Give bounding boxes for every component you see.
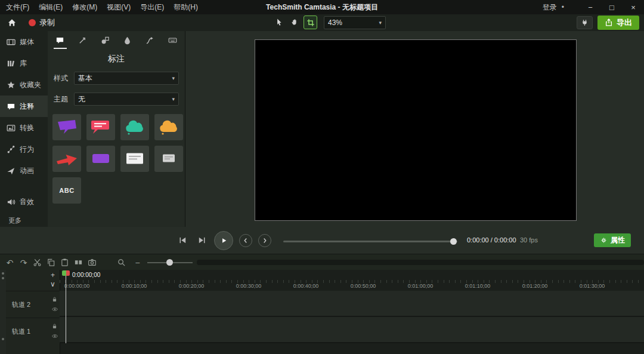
menu-help[interactable]: 帮助(H) <box>174 2 198 13</box>
sidebar-item-media[interactable]: 媒体 <box>0 31 48 53</box>
play-button[interactable] <box>214 231 233 250</box>
tab-callouts[interactable] <box>49 31 72 49</box>
zoom-out-button[interactable]: − <box>131 256 144 269</box>
scrubber-knob[interactable] <box>450 238 457 245</box>
menu-edit[interactable]: 编辑(E) <box>39 2 63 13</box>
callout-teal-cloud[interactable] <box>120 114 149 140</box>
tab-blur-highlight[interactable] <box>116 31 139 49</box>
tab-sketch-motion[interactable] <box>139 31 162 49</box>
redo-button[interactable]: ↷ <box>17 256 30 269</box>
edit-cursor-button[interactable] <box>271 16 286 30</box>
record-button[interactable]: 录制 <box>25 17 58 29</box>
track-visibility-button[interactable] <box>51 332 58 340</box>
properties-button[interactable]: 属性 <box>594 233 631 247</box>
playhead-in-handle[interactable] <box>62 270 66 276</box>
crop-button[interactable] <box>304 16 317 29</box>
window-controls: 登录 • − □ × <box>543 0 644 14</box>
tab-keystroke-callouts[interactable] <box>161 31 184 49</box>
screenshot-button[interactable] <box>86 256 98 269</box>
callout-light-text-box[interactable] <box>154 146 183 172</box>
preview-canvas[interactable] <box>255 39 577 221</box>
next-frame-button[interactable] <box>195 234 208 247</box>
lock-icon <box>51 323 58 330</box>
orange-cloud-shape <box>157 119 180 136</box>
panel-title: 标注 <box>48 54 185 64</box>
callout-violet-rounded[interactable] <box>86 146 115 172</box>
sidebar-item-transitions[interactable]: 转换 <box>0 117 48 138</box>
callout-white-text-box[interactable] <box>120 146 149 172</box>
track-lane[interactable] <box>60 317 644 343</box>
sidebar-item-annotations[interactable]: 注释 <box>0 96 48 117</box>
cut-button[interactable] <box>31 256 44 269</box>
pan-hand-button[interactable] <box>287 16 302 30</box>
tab-shapes[interactable] <box>94 31 116 49</box>
callout-red-speech[interactable] <box>86 114 115 140</box>
sign-in-link[interactable]: 登录 <box>543 2 557 13</box>
tab-arrows-lines[interactable] <box>72 31 94 49</box>
track-header[interactable]: 轨道 1 <box>6 318 60 344</box>
addins-button[interactable] <box>577 16 593 29</box>
jump-forward-button[interactable] <box>258 234 271 247</box>
callout-orange-cloud[interactable] <box>154 114 183 140</box>
caret-down-icon: ▾ <box>172 75 175 81</box>
notification-dot-icon: • <box>562 3 564 11</box>
sidebar-item-favorites[interactable]: 收藏夹 <box>0 74 48 96</box>
minimize-button[interactable]: − <box>580 0 601 14</box>
style-select[interactable]: 基本 ▾ <box>74 72 179 85</box>
ruler-label: 0:01:00;00 <box>408 283 434 289</box>
ruler-label: 0:00:50;00 <box>351 283 376 289</box>
callout-bubble-icon <box>55 36 64 45</box>
timeline-scrollbar[interactable] <box>197 260 644 265</box>
menu-modify[interactable]: 修改(M) <box>72 2 97 13</box>
transitions-icon <box>7 124 16 133</box>
track-visibility-button[interactable] <box>51 305 58 313</box>
track-lane[interactable] <box>60 291 644 317</box>
undo-button[interactable]: ↶ <box>4 256 16 269</box>
sidebar-item-audio-effects[interactable]: 音效 <box>0 191 48 213</box>
close-button[interactable]: × <box>623 0 644 14</box>
timeline-ruler[interactable]: 0:00:00;00 0:00:10;00 0:00:20;00 0:00:30… <box>60 270 644 291</box>
track-options-button[interactable]: ∨ <box>48 280 57 289</box>
play-icon <box>219 236 228 245</box>
sidebar-item-more[interactable]: 更多 <box>0 214 48 227</box>
add-track-button[interactable]: + <box>48 271 57 280</box>
sidebar-item-behaviors[interactable]: 行为 <box>0 138 48 160</box>
split-button[interactable] <box>72 256 85 269</box>
timeline-zoom-slider[interactable] <box>147 259 193 266</box>
callout-grid: ABC <box>52 114 185 204</box>
track-header[interactable]: 轨道 2 <box>6 291 60 318</box>
sidebar-item-library[interactable]: 库 <box>0 53 48 74</box>
camera-icon <box>88 258 97 267</box>
callout-abc-text[interactable]: ABC <box>52 177 81 204</box>
playhead-line <box>66 276 66 343</box>
playhead-handle[interactable] <box>62 270 70 276</box>
playhead[interactable] <box>62 270 70 344</box>
timeline-zoom-button[interactable] <box>115 256 128 269</box>
lock-icon <box>51 296 58 303</box>
arrow-icon <box>78 36 87 45</box>
menu-view[interactable]: 视图(V) <box>107 2 131 13</box>
zoom-slider-knob[interactable] <box>166 259 173 266</box>
maximize-button[interactable]: □ <box>601 0 623 14</box>
ruler-label: 0:00:10;00 <box>122 283 147 289</box>
jump-back-button[interactable] <box>239 234 252 247</box>
zoom-level-select[interactable]: 43% ▾ <box>324 16 386 29</box>
menu-file[interactable]: 文件(F) <box>6 2 29 13</box>
ruler-label: 0:01:20;00 <box>522 283 548 289</box>
theme-select[interactable]: 无 ▾ <box>74 93 179 106</box>
previous-frame-button[interactable] <box>176 234 189 247</box>
white-box-shape <box>123 150 146 167</box>
export-button[interactable]: 导出 <box>597 16 639 30</box>
callout-red-arrow[interactable] <box>52 146 81 172</box>
track-lock-button[interactable] <box>51 322 58 330</box>
copy-button[interactable] <box>45 256 57 269</box>
sidebar-item-animations[interactable]: 动画 <box>0 160 48 181</box>
scrubber-slider[interactable] <box>283 238 457 245</box>
paste-button[interactable] <box>58 256 71 269</box>
playhead-out-handle[interactable] <box>66 270 70 276</box>
track-lock-button[interactable] <box>51 295 58 303</box>
cursor-icon <box>274 18 283 27</box>
callout-purple-bubble[interactable] <box>52 114 81 140</box>
menu-export[interactable]: 导出(E) <box>140 2 164 13</box>
home-button[interactable] <box>5 16 19 30</box>
